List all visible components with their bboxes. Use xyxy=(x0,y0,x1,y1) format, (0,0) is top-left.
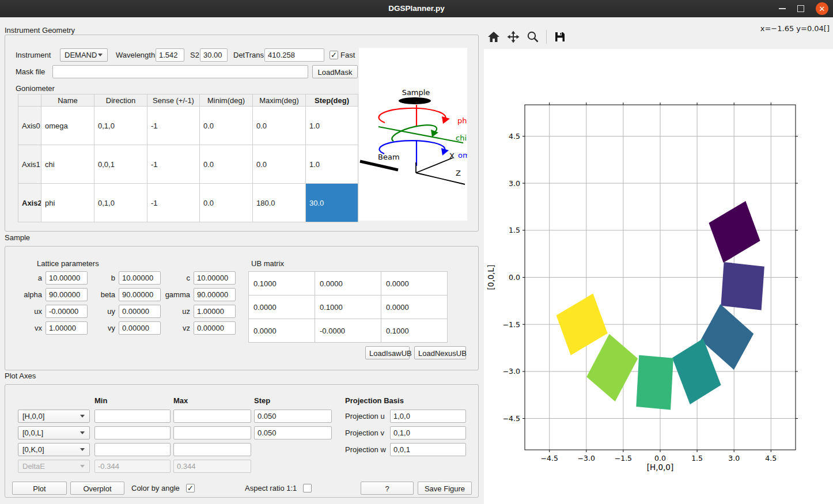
gonio-header-sense[interactable]: Sense (+/-1) xyxy=(147,94,200,107)
axis2-max-input[interactable] xyxy=(173,426,251,439)
lattice-uy-input[interactable] xyxy=(119,305,161,318)
ub-cell[interactable]: 0.1000 xyxy=(381,319,448,343)
ub-cell[interactable]: 0.0000 xyxy=(315,272,381,295)
titlebar: DGSPlanner.py ✕ xyxy=(0,0,833,17)
save-icon[interactable] xyxy=(554,31,566,43)
gonio-header-max[interactable]: Maxim(deg) xyxy=(253,94,306,107)
aspect-ratio-checkbox[interactable] xyxy=(303,484,312,492)
coverage-plot: −4.5−3.0−1.50.01.53.04.5−4.5−3.0−1.50.01… xyxy=(484,49,833,504)
home-icon[interactable] xyxy=(487,31,500,43)
minimize-icon[interactable] xyxy=(779,8,786,9)
gonio-header-name[interactable]: Name xyxy=(41,94,94,107)
gonio-cell[interactable]: 0,1,0 xyxy=(94,184,147,222)
axis1-dimension-dropdown[interactable]: [H,0,0] xyxy=(18,410,90,423)
plot-axes-group: Min Max Step Projection Basis [H,0,0] [0… xyxy=(5,384,479,498)
gonio-cell[interactable]: 180.0 xyxy=(253,184,306,222)
ub-cell[interactable]: -0.0000 xyxy=(315,319,381,343)
gonio-header-direction[interactable]: Direction xyxy=(94,94,147,107)
maximize-icon[interactable] xyxy=(797,5,804,12)
lattice-a-input[interactable] xyxy=(46,271,88,285)
help-button[interactable]: ? xyxy=(361,482,414,495)
projection-w-input[interactable] xyxy=(390,443,466,456)
ub-cell[interactable]: 0.0000 xyxy=(249,319,315,343)
svg-text:4.5: 4.5 xyxy=(765,454,777,463)
load-nexus-ub-button[interactable]: LoadNexusUB xyxy=(414,346,466,359)
svg-text:1.5: 1.5 xyxy=(509,226,520,234)
axis2-dimension-dropdown[interactable]: [0,0,L] xyxy=(18,426,90,439)
gonio-cell[interactable]: 0,0,1 xyxy=(94,145,147,184)
gonio-cell[interactable]: omega xyxy=(41,107,94,145)
overplot-button[interactable]: Overplot xyxy=(70,482,124,495)
pan-icon[interactable] xyxy=(507,31,520,43)
ub-cell[interactable]: 0.0000 xyxy=(381,272,448,295)
close-icon[interactable]: ✕ xyxy=(816,2,828,15)
axis2-step-input[interactable] xyxy=(254,426,332,439)
axis2-min-input[interactable] xyxy=(94,426,171,439)
gonio-cell[interactable]: 0.0 xyxy=(200,107,253,145)
lattice-uz-input[interactable] xyxy=(194,305,236,318)
ub-cell[interactable]: 0.0000 xyxy=(249,295,315,319)
gonio-header-min[interactable]: Minim(deg) xyxy=(200,94,253,107)
lattice-gamma-input[interactable] xyxy=(194,288,236,301)
lattice-vz-input[interactable] xyxy=(194,321,236,335)
gonio-cell[interactable]: 0.0 xyxy=(253,145,306,184)
gonio-row-header[interactable]: Axis2 xyxy=(18,184,41,222)
gonio-cell[interactable]: 0.0 xyxy=(200,145,253,184)
gonio-cell[interactable]: 0.0 xyxy=(200,184,253,222)
lattice-vx-input[interactable] xyxy=(46,321,88,335)
wavelength-input[interactable] xyxy=(156,48,184,62)
axis3-max-input[interactable] xyxy=(173,443,251,456)
svg-text:−3.0: −3.0 xyxy=(503,367,520,376)
axis4-min-input xyxy=(94,460,171,473)
gonio-cell[interactable]: 1.0 xyxy=(306,145,358,184)
color-by-angle-checkbox[interactable]: ✓ xyxy=(186,484,195,492)
axis3-min-input[interactable] xyxy=(94,443,171,456)
lattice-ux-input[interactable] xyxy=(46,305,88,318)
projection-u-input[interactable] xyxy=(390,410,466,423)
lattice-c-input[interactable] xyxy=(194,271,236,285)
plot-button[interactable]: Plot xyxy=(12,482,67,495)
gonio-cell[interactable]: 1.0 xyxy=(306,107,358,145)
s2-input[interactable] xyxy=(200,48,228,62)
gonio-row-header[interactable]: Axis1 xyxy=(18,145,41,184)
gonio-cell[interactable]: 0,1,0 xyxy=(94,107,147,145)
chevron-down-icon xyxy=(80,431,85,434)
gonio-cell[interactable]: 0.0 xyxy=(253,107,306,145)
lattice-beta-input[interactable] xyxy=(119,288,161,301)
dettrans-label: DetTrans xyxy=(233,48,264,62)
save-figure-button[interactable]: Save Figure xyxy=(418,482,472,495)
lattice-vy-input[interactable] xyxy=(119,321,161,335)
lattice-b-input[interactable] xyxy=(119,271,161,285)
gonio-row-header[interactable]: Axis0 xyxy=(18,107,41,145)
gonio-cell[interactable]: phi xyxy=(41,184,94,222)
axis1-step-input[interactable] xyxy=(254,410,332,423)
goniometer-label: Goniometer xyxy=(16,82,55,95)
instrument-dropdown[interactable]: DEMAND xyxy=(60,48,108,62)
gonio-cell-selected[interactable]: 30.0 xyxy=(306,184,358,222)
lattice-vz-label: vz xyxy=(161,324,190,332)
lattice-alpha-input[interactable] xyxy=(46,288,88,301)
axis3-dimension-dropdown[interactable]: [0,K,0] xyxy=(18,443,90,456)
axis1-min-input[interactable] xyxy=(94,410,171,423)
diagram-chi-label: chi xyxy=(456,134,467,142)
mask-file-input[interactable] xyxy=(52,65,308,78)
fast-checkbox[interactable]: ✓ xyxy=(330,51,338,59)
diagram-phi-label: phi xyxy=(457,116,467,125)
gonio-header-step[interactable]: Step(deg) xyxy=(306,94,358,107)
axis1-max-input[interactable] xyxy=(173,410,251,423)
s2-label: S2 xyxy=(190,48,199,62)
ub-cell[interactable]: 0.1000 xyxy=(315,295,381,319)
plot-canvas[interactable]: −4.5−3.0−1.50.01.53.04.5−4.5−3.0−1.50.01… xyxy=(484,49,833,504)
ub-cell[interactable]: 0.0000 xyxy=(381,295,448,319)
load-isaw-ub-button[interactable]: LoadIsawUB xyxy=(365,346,410,359)
ub-cell[interactable]: 0.1000 xyxy=(249,272,315,295)
dettrans-input[interactable] xyxy=(264,48,324,62)
gonio-cell[interactable]: -1 xyxy=(147,145,200,184)
load-mask-button[interactable]: LoadMask xyxy=(312,65,358,78)
gonio-cell[interactable]: -1 xyxy=(147,184,200,222)
gonio-cell[interactable]: -1 xyxy=(147,107,200,145)
gonio-cell[interactable]: chi xyxy=(41,145,94,184)
step-column-header: Step xyxy=(254,394,270,407)
projection-v-input[interactable] xyxy=(390,426,466,439)
zoom-icon[interactable] xyxy=(527,31,539,43)
